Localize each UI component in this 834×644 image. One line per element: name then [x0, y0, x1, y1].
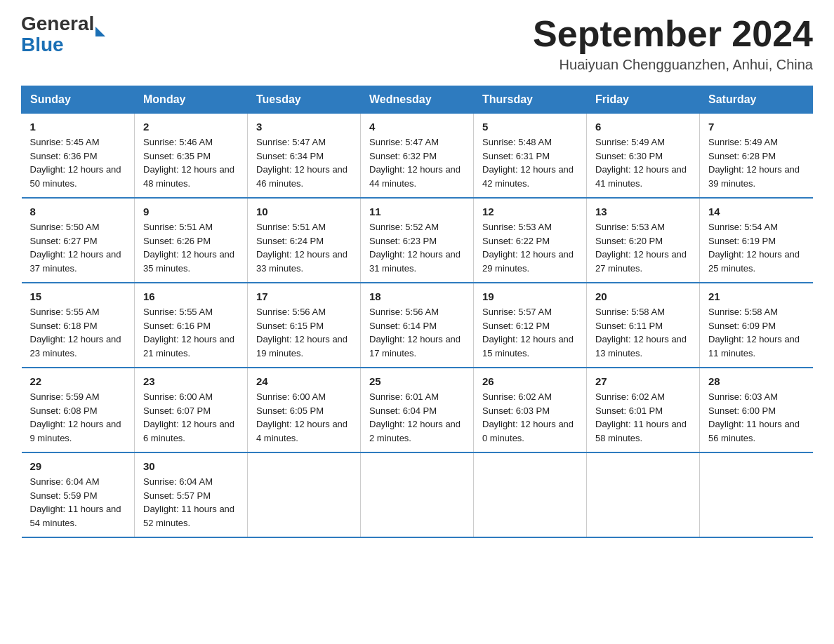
day-number: 20 — [595, 290, 691, 302]
header-tuesday: Tuesday — [248, 86, 361, 114]
day-info: Sunrise: 5:58 AMSunset: 6:09 PMDaylight:… — [708, 305, 805, 360]
header-saturday: Saturday — [700, 86, 813, 114]
calendar-header-row: SundayMondayTuesdayWednesdayThursdayFrid… — [22, 86, 813, 114]
calendar-cell: 17 Sunrise: 5:56 AMSunset: 6:15 PMDaylig… — [248, 283, 361, 368]
calendar-cell: 24 Sunrise: 6:00 AMSunset: 6:05 PMDaylig… — [248, 368, 361, 452]
day-info: Sunrise: 5:45 AMSunset: 6:36 PMDaylight:… — [30, 135, 126, 190]
calendar-cell: 10 Sunrise: 5:51 AMSunset: 6:24 PMDaylig… — [248, 198, 361, 283]
logo-blue-text: Blue — [21, 35, 64, 55]
calendar-cell: 4 Sunrise: 5:47 AMSunset: 6:32 PMDayligh… — [361, 114, 474, 199]
day-info: Sunrise: 5:54 AMSunset: 6:19 PMDaylight:… — [708, 220, 805, 275]
day-number: 1 — [30, 121, 126, 133]
calendar-cell: 12 Sunrise: 5:53 AMSunset: 6:22 PMDaylig… — [474, 198, 587, 283]
calendar-cell: 5 Sunrise: 5:48 AMSunset: 6:31 PMDayligh… — [474, 114, 587, 199]
title-block: September 2024 Huaiyuan Chengguanzhen, A… — [533, 14, 813, 73]
day-number: 4 — [369, 121, 465, 133]
calendar-cell: 14 Sunrise: 5:54 AMSunset: 6:19 PMDaylig… — [700, 198, 813, 283]
calendar-cell: 9 Sunrise: 5:51 AMSunset: 6:26 PMDayligh… — [135, 198, 248, 283]
calendar-cell — [248, 452, 361, 537]
day-info: Sunrise: 6:02 AMSunset: 6:01 PMDaylight:… — [595, 390, 691, 445]
day-number: 7 — [708, 121, 805, 133]
calendar-cell: 20 Sunrise: 5:58 AMSunset: 6:11 PMDaylig… — [587, 283, 700, 368]
day-info: Sunrise: 5:51 AMSunset: 6:26 PMDaylight:… — [143, 220, 239, 275]
day-number: 18 — [369, 290, 465, 302]
day-number: 5 — [482, 121, 578, 133]
day-info: Sunrise: 6:00 AMSunset: 6:07 PMDaylight:… — [143, 390, 239, 445]
day-number: 28 — [708, 375, 805, 387]
day-number: 19 — [482, 290, 578, 302]
day-info: Sunrise: 5:47 AMSunset: 6:34 PMDaylight:… — [256, 135, 352, 190]
calendar-cell: 18 Sunrise: 5:56 AMSunset: 6:14 PMDaylig… — [361, 283, 474, 368]
calendar-cell: 22 Sunrise: 5:59 AMSunset: 6:08 PMDaylig… — [22, 368, 135, 452]
day-info: Sunrise: 5:59 AMSunset: 6:08 PMDaylight:… — [30, 390, 126, 445]
calendar-cell — [587, 452, 700, 537]
day-info: Sunrise: 5:47 AMSunset: 6:32 PMDaylight:… — [369, 135, 465, 190]
day-info: Sunrise: 6:04 AMSunset: 5:57 PMDaylight:… — [143, 475, 239, 530]
day-number: 11 — [369, 206, 465, 217]
calendar-cell: 7 Sunrise: 5:49 AMSunset: 6:28 PMDayligh… — [700, 114, 813, 199]
calendar-cell: 1 Sunrise: 5:45 AMSunset: 6:36 PMDayligh… — [22, 114, 135, 199]
calendar-cell: 26 Sunrise: 6:02 AMSunset: 6:03 PMDaylig… — [474, 368, 587, 452]
calendar-cell: 30 Sunrise: 6:04 AMSunset: 5:57 PMDaylig… — [135, 452, 248, 537]
calendar-cell: 23 Sunrise: 6:00 AMSunset: 6:07 PMDaylig… — [135, 368, 248, 452]
calendar-week-row: 1 Sunrise: 5:45 AMSunset: 6:36 PMDayligh… — [22, 114, 813, 199]
day-info: Sunrise: 5:52 AMSunset: 6:23 PMDaylight:… — [369, 220, 465, 275]
calendar-cell — [700, 452, 813, 537]
logo: General Blue — [21, 14, 105, 55]
calendar-week-row: 8 Sunrise: 5:50 AMSunset: 6:27 PMDayligh… — [22, 198, 813, 283]
day-number: 13 — [595, 206, 691, 217]
day-info: Sunrise: 5:49 AMSunset: 6:28 PMDaylight:… — [708, 135, 805, 190]
day-number: 15 — [30, 290, 126, 302]
day-info: Sunrise: 5:53 AMSunset: 6:22 PMDaylight:… — [482, 220, 578, 275]
header-thursday: Thursday — [474, 86, 587, 114]
calendar-cell: 11 Sunrise: 5:52 AMSunset: 6:23 PMDaylig… — [361, 198, 474, 283]
calendar-cell: 13 Sunrise: 5:53 AMSunset: 6:20 PMDaylig… — [587, 198, 700, 283]
day-number: 21 — [708, 290, 805, 302]
calendar-cell: 28 Sunrise: 6:03 AMSunset: 6:00 PMDaylig… — [700, 368, 813, 452]
day-info: Sunrise: 5:55 AMSunset: 6:16 PMDaylight:… — [143, 305, 239, 360]
day-number: 16 — [143, 290, 239, 302]
day-info: Sunrise: 5:46 AMSunset: 6:35 PMDaylight:… — [143, 135, 239, 190]
day-number: 25 — [369, 375, 465, 387]
calendar-week-row: 15 Sunrise: 5:55 AMSunset: 6:18 PMDaylig… — [22, 283, 813, 368]
header-friday: Friday — [587, 86, 700, 114]
day-number: 10 — [256, 206, 352, 217]
calendar-cell: 6 Sunrise: 5:49 AMSunset: 6:30 PMDayligh… — [587, 114, 700, 199]
logo-general-text: General — [21, 14, 94, 34]
day-number: 23 — [143, 375, 239, 387]
calendar-table: SundayMondayTuesdayWednesdayThursdayFrid… — [21, 86, 813, 538]
day-number: 12 — [482, 206, 578, 217]
calendar-cell: 3 Sunrise: 5:47 AMSunset: 6:34 PMDayligh… — [248, 114, 361, 199]
day-info: Sunrise: 5:55 AMSunset: 6:18 PMDaylight:… — [30, 305, 126, 360]
calendar-cell — [361, 452, 474, 537]
month-title: September 2024 — [533, 14, 813, 54]
logo-triangle-icon — [95, 27, 105, 36]
page-header: General Blue September 2024 Huaiyuan Che… — [21, 14, 813, 73]
day-number: 26 — [482, 375, 578, 387]
day-number: 29 — [30, 460, 126, 472]
calendar-cell: 29 Sunrise: 6:04 AMSunset: 5:59 PMDaylig… — [22, 452, 135, 537]
calendar-cell: 19 Sunrise: 5:57 AMSunset: 6:12 PMDaylig… — [474, 283, 587, 368]
location-subtitle: Huaiyuan Chengguanzhen, Anhui, China — [533, 57, 813, 73]
day-info: Sunrise: 6:03 AMSunset: 6:00 PMDaylight:… — [708, 390, 805, 445]
day-number: 2 — [143, 121, 239, 133]
calendar-cell: 16 Sunrise: 5:55 AMSunset: 6:16 PMDaylig… — [135, 283, 248, 368]
day-info: Sunrise: 5:50 AMSunset: 6:27 PMDaylight:… — [30, 220, 126, 275]
day-info: Sunrise: 5:56 AMSunset: 6:14 PMDaylight:… — [369, 305, 465, 360]
header-monday: Monday — [135, 86, 248, 114]
calendar-cell: 27 Sunrise: 6:02 AMSunset: 6:01 PMDaylig… — [587, 368, 700, 452]
day-info: Sunrise: 6:00 AMSunset: 6:05 PMDaylight:… — [256, 390, 352, 445]
day-number: 6 — [595, 121, 691, 133]
calendar-cell — [474, 452, 587, 537]
day-number: 27 — [595, 375, 691, 387]
day-number: 17 — [256, 290, 352, 302]
header-wednesday: Wednesday — [361, 86, 474, 114]
day-number: 22 — [30, 375, 126, 387]
day-number: 30 — [143, 460, 239, 472]
day-info: Sunrise: 5:58 AMSunset: 6:11 PMDaylight:… — [595, 305, 691, 360]
calendar-week-row: 22 Sunrise: 5:59 AMSunset: 6:08 PMDaylig… — [22, 368, 813, 452]
day-info: Sunrise: 5:49 AMSunset: 6:30 PMDaylight:… — [595, 135, 691, 190]
day-info: Sunrise: 6:02 AMSunset: 6:03 PMDaylight:… — [482, 390, 578, 445]
day-info: Sunrise: 5:53 AMSunset: 6:20 PMDaylight:… — [595, 220, 691, 275]
header-sunday: Sunday — [22, 86, 135, 114]
